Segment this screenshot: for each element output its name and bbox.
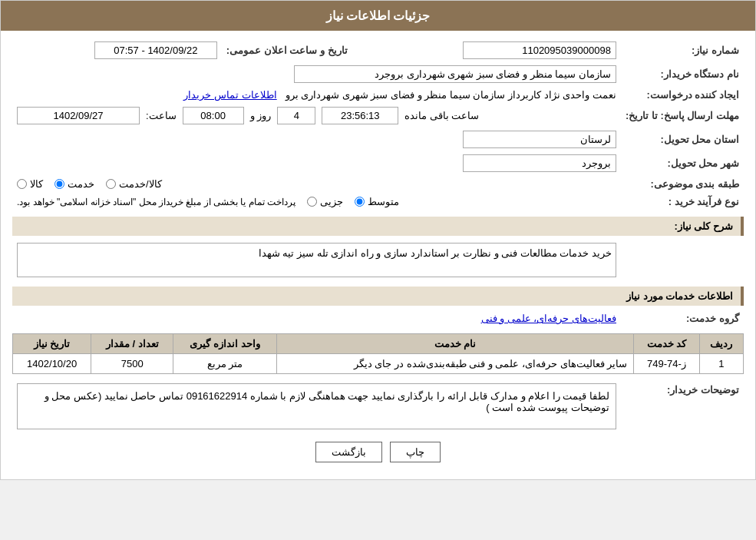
eijad-text: نعمت واحدی نژاد کاربرداز سازمان سیما منظ… — [286, 89, 616, 101]
tarikhe-elan-value: 1402/09/22 - 07:57 — [12, 38, 222, 62]
back-button[interactable]: بازگشت — [315, 442, 382, 462]
mohlat-date-box: 1402/09/27 — [17, 107, 140, 124]
cell-vahed: متر مربع — [173, 354, 277, 374]
radio-jozi[interactable]: جزیی — [307, 196, 343, 207]
table-row: شهر محل تحویل: بروجرد — [12, 151, 744, 175]
service-table: ردیف کد خدمت نام خدمت واحد اندازه گیری ت… — [12, 333, 744, 374]
sharh-section-title: شرح کلی نیاز: — [12, 217, 744, 236]
tabaqe-value: کالا خدمت کالا/خدمت — [12, 175, 621, 193]
col-kod: کد خدمت — [634, 334, 699, 354]
mohlat-roz-label: روز و — [250, 110, 272, 121]
ostan-label: استان محل تحویل: — [621, 128, 744, 151]
cell-radif: 1 — [699, 354, 743, 374]
tavzihat-label: توضیحات خریدار: — [621, 380, 744, 432]
info-table: شماره نیاز: 1102095039000098 تاریخ و ساع… — [12, 38, 744, 210]
cell-kod: ز-74-749 — [634, 354, 699, 374]
nofarayand-radio-group: جزیی متوسط — [307, 196, 399, 207]
col-vahed: واحد اندازه گیری — [173, 334, 277, 354]
shomara-niaz-label: شماره نیاز: — [621, 38, 744, 62]
table-row: 1 ز-74-749 سایر فعالیت‌های حرفه‌ای، علمی… — [13, 354, 744, 374]
mohlat-saat-label: ساعت: — [146, 110, 177, 121]
tabaqe-radio-group: کالا خدمت کالا/خدمت — [17, 178, 616, 190]
tabaqe-label: طبقه بندی موضوعی: — [621, 175, 744, 193]
eijad-link[interactable]: اطلاعات تماس خریدار — [183, 89, 276, 101]
mohlat-baqi-label: ساعت باقی مانده — [404, 110, 479, 121]
table-row: توضیحات خریدار: لطفا قیمت را اعلام و مدا… — [12, 380, 744, 432]
page-wrapper: جزئیات اطلاعات نیاز شماره نیاز: 11020950… — [0, 0, 756, 480]
page-title: جزئیات اطلاعات نیاز — [326, 9, 431, 22]
table-row: استان محل تحویل: لرستان — [12, 128, 744, 151]
table-row: مهلت ارسال پاسخ: تا تاریخ: 1402/09/27 سا… — [12, 104, 744, 128]
radio-jozi-input[interactable] — [307, 197, 317, 207]
shomara-niaz-value: 1102095039000098 — [363, 38, 621, 62]
nofarayand-note: پرداخت تمام یا بخشی از مبلغ خریداز محل "… — [17, 197, 295, 207]
tarikhe-elan-label: تاریخ و ساعت اعلان عمومی: — [222, 38, 363, 62]
kala-label: کالا — [30, 178, 43, 190]
table-row: خرید خدمات مطالعات فنی و نظارت بر استاند… — [12, 240, 744, 280]
page-header: جزئیات اطلاعات نیاز — [1, 1, 755, 31]
time-row: 1402/09/27 ساعت: 08:00 روز و 4 23:56:13 … — [17, 107, 616, 124]
kala-khedmat-label: کالا/خدمت — [119, 178, 162, 190]
radio-khedmat-input[interactable] — [54, 179, 64, 189]
mohlat-value: 1402/09/27 ساعت: 08:00 روز و 4 23:56:13 … — [12, 104, 621, 128]
content-area: شماره نیاز: 1102095039000098 تاریخ و ساع… — [1, 31, 755, 479]
nofarayand-row: پرداخت تمام یا بخشی از مبلغ خریداز محل "… — [17, 196, 616, 207]
table-row: گروه خدمت: فعالیت‌های حرفه‌ای، علمی و فن… — [12, 310, 744, 327]
buttons-row: چاپ بازگشت — [12, 442, 744, 462]
tarikhe-elan-box: 1402/09/22 - 07:57 — [94, 41, 217, 59]
motevaset-label: متوسط — [368, 196, 399, 207]
cell-nam: سایر فعالیت‌های حرفه‌ای، علمی و فنی طبقه… — [277, 354, 634, 374]
mohlat-saat-box: 08:00 — [183, 107, 244, 124]
shahr-value: بروجرد — [12, 151, 621, 175]
table-header-row: ردیف کد خدمت نام خدمت واحد اندازه گیری ت… — [13, 334, 744, 354]
col-radif: ردیف — [699, 334, 743, 354]
shomara-niaz-box: 1102095039000098 — [463, 41, 616, 59]
cell-tedad: 7500 — [91, 354, 173, 374]
khedmat-label: خدمت — [68, 178, 94, 190]
nam-dastgah-box: سازمان سیما منظر و فضای سبز شهری شهرداری… — [294, 65, 616, 83]
table-row: طبقه بندی موضوعی: کالا خدمت کالا/خدمت — [12, 175, 744, 193]
ostan-box: لرستان — [463, 131, 616, 148]
sharh-box: خرید خدمات مطالعات فنی و نظارت بر استاند… — [17, 243, 616, 277]
mohlat-roz-box: 4 — [277, 107, 315, 124]
radio-kala-khedmat[interactable]: کالا/خدمت — [106, 178, 162, 190]
radio-kala-khedmat-input[interactable] — [106, 179, 116, 189]
sharh-label-cell — [621, 240, 744, 280]
grouh-value: فعالیت‌های حرفه‌ای، علمی و فنی — [12, 310, 621, 327]
tavzihat-table: توضیحات خریدار: لطفا قیمت را اعلام و مدا… — [12, 380, 744, 432]
mohlat-baqi-box: 23:56:13 — [322, 107, 398, 124]
col-tedad: تعداد / مقدار — [91, 334, 173, 354]
shahr-box: بروجرد — [463, 154, 616, 172]
table-row: شماره نیاز: 1102095039000098 تاریخ و ساع… — [12, 38, 744, 62]
nam-dastgah-label: نام دستگاه خریدار: — [621, 62, 744, 86]
mohlat-label: مهلت ارسال پاسخ: تا تاریخ: — [621, 104, 744, 128]
grouh-link[interactable]: فعالیت‌های حرفه‌ای، علمی و فنی — [481, 313, 616, 324]
nofarayand-value: پرداخت تمام یا بخشی از مبلغ خریداز محل "… — [12, 193, 621, 210]
nofarayand-label: نوع فرآیند خرید : — [621, 193, 744, 210]
radio-khedmat[interactable]: خدمت — [54, 178, 94, 190]
radio-motevaset[interactable]: متوسط — [355, 196, 399, 207]
eijad-value: نعمت واحدی نژاد کاربرداز سازمان سیما منظ… — [12, 86, 621, 104]
radio-kala[interactable]: کالا — [17, 178, 43, 190]
table-row: ایجاد کننده درخواست: نعمت واحدی نژاد کار… — [12, 86, 744, 104]
cell-tarikh: 1402/10/20 — [13, 354, 91, 374]
radio-motevaset-input[interactable] — [355, 197, 365, 207]
tavzihat-value: لطفا قیمت را اعلام و مدارک قابل ارائه را… — [12, 380, 621, 432]
grouh-label: گروه خدمت: — [621, 310, 744, 327]
grouh-table: گروه خدمت: فعالیت‌های حرفه‌ای، علمی و فن… — [12, 310, 744, 327]
col-nam: نام خدمت — [277, 334, 634, 354]
sharh-table: خرید خدمات مطالعات فنی و نظارت بر استاند… — [12, 240, 744, 280]
khadamat-label: اطلاعات خدمات مورد نیاز — [626, 290, 733, 302]
shahr-label: شهر محل تحویل: — [621, 151, 744, 175]
khadamat-section-title: اطلاعات خدمات مورد نیاز — [12, 287, 744, 306]
tavzihat-box: لطفا قیمت را اعلام و مدارک قابل ارائه را… — [17, 383, 616, 429]
nam-dastgah-value: سازمان سیما منظر و فضای سبز شهری شهرداری… — [12, 62, 621, 86]
radio-kala-input[interactable] — [17, 179, 27, 189]
jozi-label: جزیی — [320, 196, 343, 207]
sharh-label: شرح کلی نیاز: — [674, 220, 733, 232]
sharh-value-cell: خرید خدمات مطالعات فنی و نظارت بر استاند… — [12, 240, 621, 280]
table-row: نوع فرآیند خرید : پرداخت تمام یا بخشی از… — [12, 193, 744, 210]
ostan-value: لرستان — [12, 128, 621, 151]
table-row: نام دستگاه خریدار: سازمان سیما منظر و فض… — [12, 62, 744, 86]
print-button[interactable]: چاپ — [390, 442, 441, 462]
